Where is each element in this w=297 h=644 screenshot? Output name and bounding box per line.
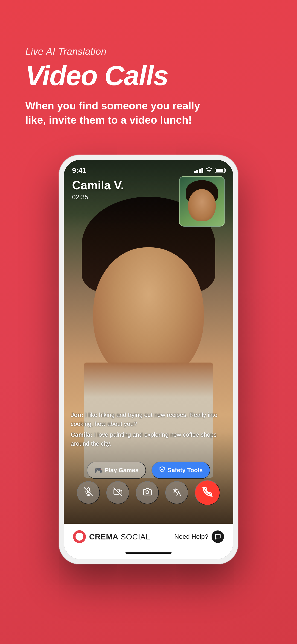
call-controls [64, 480, 233, 505]
mute-button[interactable] [77, 481, 100, 504]
phone-frame: 9:41 [59, 155, 238, 564]
wifi-icon [206, 167, 212, 174]
video-off-icon [114, 488, 122, 498]
header-section: Live AI Translation Video Calls When you… [0, 0, 297, 146]
safety-tools-button[interactable]: Safety Tools [152, 462, 210, 479]
signal-bar-3 [199, 168, 201, 173]
status-icons [194, 167, 225, 174]
help-text: Need Help? [174, 533, 208, 540]
face-main [93, 247, 204, 381]
signal-bar-1 [194, 171, 196, 173]
status-time: 9:41 [72, 166, 86, 175]
flip-camera-button[interactable] [136, 481, 159, 504]
game-icon: 🎮 [94, 466, 102, 474]
feature-subtitle: Live AI Translation [25, 46, 274, 57]
action-buttons: 🎮 Play Games Safety Too [64, 462, 233, 479]
signal-bar-2 [196, 170, 198, 173]
camera-off-button[interactable] [106, 481, 130, 504]
feature-title: Video Calls [25, 62, 274, 89]
translate-button[interactable] [165, 481, 188, 504]
caller-info: Camila V. 02:35 [72, 178, 124, 201]
end-call-button[interactable] [195, 480, 220, 505]
page-container: Live AI Translation Video Calls When you… [0, 0, 297, 644]
brand-icon [73, 530, 86, 543]
brand-name-regular: SOCIAL [118, 532, 150, 541]
brand-name: CREMA SOCIAL [89, 532, 150, 541]
signal-bar-4 [202, 168, 203, 173]
camera-flip-icon [143, 488, 152, 498]
chat-overlay: Jon: I like hiking and trying out new re… [71, 410, 226, 450]
self-view-thumbnail[interactable] [179, 176, 225, 227]
brand-logo: CREMA SOCIAL [73, 530, 150, 543]
camila-label: Camila: [71, 431, 92, 438]
phone-wrapper: 9:41 [0, 155, 297, 592]
help-section: Need Help? [174, 530, 224, 543]
call-duration: 02:35 [72, 194, 124, 201]
play-games-button[interactable]: 🎮 Play Games [87, 462, 146, 479]
app-bottom-bar: CREMA SOCIAL Need Help? [64, 524, 233, 550]
mic-off-icon [84, 488, 93, 498]
self-view-face [188, 189, 216, 221]
jon-message: Jon: I like hiking and trying out new re… [71, 410, 226, 428]
status-bar: 9:41 [64, 160, 233, 176]
safety-tools-label: Safety Tools [168, 467, 203, 474]
video-call-background: 9:41 [64, 160, 233, 524]
help-chat-icon[interactable] [212, 530, 224, 543]
feature-description: When you find someone you really like, i… [25, 98, 210, 127]
brand-name-bold: CREMA [89, 532, 118, 541]
brand-icon-inner [76, 533, 83, 540]
phone-screen-container: 9:41 [64, 160, 233, 559]
shield-icon [159, 466, 165, 474]
end-call-icon [202, 487, 212, 499]
signal-icon [194, 168, 203, 173]
battery-fill [216, 169, 223, 172]
home-indicator [64, 550, 233, 559]
home-bar [126, 552, 172, 554]
battery-icon [215, 168, 225, 173]
jon-label: Jon: [71, 411, 83, 418]
translate-icon [172, 488, 181, 498]
jon-message-text: I like hiking and trying out new recipes… [71, 411, 217, 427]
caller-name: Camila V. [72, 178, 124, 192]
camila-message: Camila: I love painting and exploring ne… [71, 430, 226, 448]
phone-screen: 9:41 [64, 160, 233, 559]
camila-message-text: I love painting and exploring new coffee… [71, 431, 217, 447]
svg-point-4 [146, 490, 149, 494]
play-games-label: Play Games [104, 467, 138, 474]
